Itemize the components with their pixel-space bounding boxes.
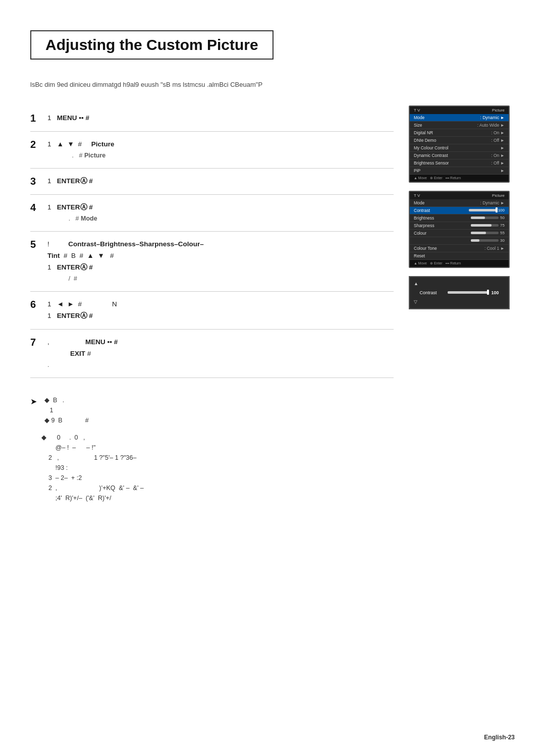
contrast-label: Contrast [419, 290, 445, 295]
steps-left: 1 1 MENU ▪▪ # 2 1 ▲ ▼ # Picture . # Pict… [30, 105, 394, 510]
tv-header-1: T V Picture [410, 106, 509, 114]
step-row: 7 , MENU ▪▪ # EXIT # . [30, 330, 394, 378]
step-content-2: 1 ▲ ▼ # Picture . # Picture [47, 139, 394, 161]
tv-row-colour: Colour 55 [410, 230, 509, 237]
step-content-6: 1 ◄ ► # N 1 ENTERⒶ # [47, 299, 394, 322]
step-row: 2 1 ▲ ▼ # Picture . # Picture [30, 132, 394, 169]
tv-row-colourtone: Colour Tone : Cool 1 ► [410, 245, 509, 252]
contrast-value: 100 [491, 290, 499, 295]
tv-row-dnr: Digital NR : On ► [410, 129, 509, 137]
step-number-1: 1 [30, 113, 42, 124]
tv-row-tint: 30 [410, 237, 509, 245]
step-number-6: 6 [30, 299, 42, 310]
step-content-4: 1 ENTERⒶ # . # Mode [47, 202, 394, 224]
tv-footer-1: ▲ Move ⊕ Enter ▪▪▪ Return [410, 175, 509, 182]
tv-row-sharpness: Sharpness 75 [410, 222, 509, 230]
colour-slider [471, 232, 499, 234]
tv-row-pip: PiP ► [410, 167, 509, 175]
page-container: Adjusting the Custom Picture lsBc dim 9e… [0, 0, 545, 756]
tv-row-mode: Mode : Dynamic ► [410, 114, 509, 122]
steps-right: T V Picture Mode : Dynamic ► Size : Auto… [409, 105, 515, 510]
tv-row-mode2: Mode : Dynamic ► [410, 199, 509, 207]
diamond-icon [30, 433, 37, 444]
tv-header-2: T V Picture [410, 192, 509, 199]
page-title: Adjusting the Custom Picture [45, 36, 258, 53]
intro-text: lsBc dim 9ed diniceu dimmatgd h9al9 euus… [30, 80, 515, 90]
tv-screen-2: T V Picture Mode : Dynamic ► Contrast 10… [409, 191, 510, 268]
note-item-1: ➤ ◆ B . 1 ◆ 9 B # [30, 395, 394, 425]
tv-row-reset: Reset [410, 252, 509, 260]
tv-row-dyncontrast: Dynamic Contrast : On ► [410, 152, 509, 159]
page-footer: English-23 [484, 734, 515, 741]
tv-footer-2: ▲ Move ⊕ Enter ▪▪▪ Return [410, 260, 509, 267]
step-number-4: 4 [30, 202, 42, 213]
step-number-5: 5 [30, 239, 42, 250]
tv-row-mycolour: My Colour Control ► [410, 144, 509, 152]
contrast-down-arrow: ▽ [414, 299, 417, 304]
step-number-3: 3 [30, 176, 42, 187]
step-row: 1 1 MENU ▪▪ # [30, 105, 394, 132]
step-content-7: , MENU ▪▪ # EXIT # . [47, 337, 394, 370]
tv-row-brightness2: Brightness 50 [410, 214, 509, 222]
brightness-slider [471, 217, 499, 219]
step-number-7: 7 [30, 337, 42, 348]
notes-section: ➤ ◆ B . 1 ◆ 9 B # ◆ 0 . 0 , @– ! – [30, 390, 394, 503]
tv-row-contrast: Contrast 100 [410, 207, 509, 214]
tv-screen-3: ▲ Contrast 100 ▽ [409, 276, 510, 309]
title-box: Adjusting the Custom Picture [30, 30, 274, 60]
step-row: 4 1 ENTERⒶ # . # Mode [30, 195, 394, 232]
tint-slider [471, 239, 499, 242]
steps-area: 1 1 MENU ▪▪ # 2 1 ▲ ▼ # Picture . # Pict… [30, 105, 515, 510]
tv-row-brightness-sensor: Brightness Sensor : Off ► [410, 159, 509, 167]
tv-row-size: Size : Auto Wide ► [410, 122, 509, 129]
step-content-3: 1 ENTERⒶ # [47, 176, 394, 187]
step-row: 3 1 ENTERⒶ # [30, 169, 394, 195]
step-row: 5 ! Contrast–Brightness–Sharpness–Colour… [30, 232, 394, 292]
step-content-1: 1 MENU ▪▪ # [47, 113, 394, 124]
contrast-up-arrow: ▲ [414, 281, 418, 286]
sharpness-slider [471, 224, 499, 227]
step-row: 6 1 ◄ ► # N 1 ENTERⒶ # [30, 292, 394, 330]
step-content-5: ! Contrast–Brightness–Sharpness–Colour– … [47, 239, 394, 284]
step-number-2: 2 [30, 139, 42, 150]
contrast-row: Contrast 100 [419, 288, 499, 297]
contrast-adjust-slider [448, 291, 488, 294]
contrast-slider [469, 209, 497, 211]
tv-screen-1: T V Picture Mode : Dynamic ► Size : Auto… [409, 105, 510, 183]
arrow-icon: ➤ [30, 395, 40, 408]
tv-row-dnie: DNIe Demo : Off ► [410, 137, 509, 144]
note-item-2: ◆ 0 . 0 , @– ! – – !" 2 , 1 ?"5'– 1 ?"36… [30, 433, 394, 503]
